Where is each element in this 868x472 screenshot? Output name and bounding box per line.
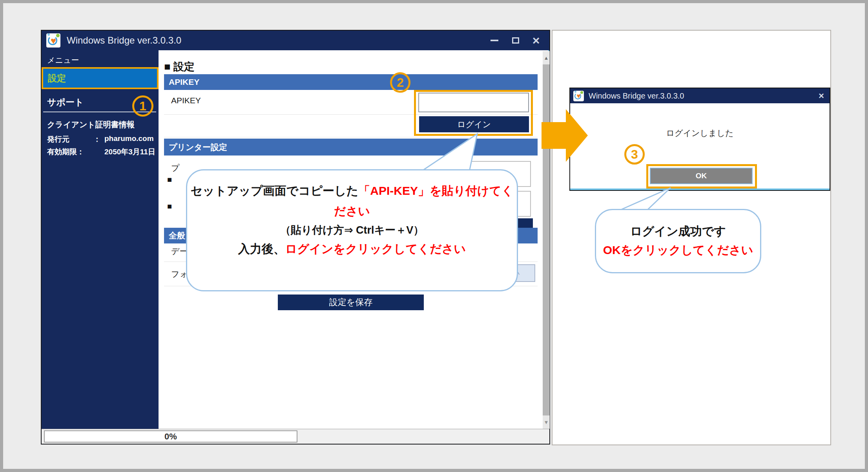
dialog-close-button[interactable]: × (819, 88, 824, 103)
printer-header-label: プリンター設定 (169, 142, 227, 153)
step-3-number: 3 (631, 147, 638, 162)
settings-panel: ■ 設定 APIKEY APIKEY ログイン プリンター設定 プ ■ ■ (159, 50, 543, 429)
general-header-label: 全般 (169, 230, 185, 241)
main-window-titlebar: ♥ Windows Bridge ver.3.0.3.0 × (42, 31, 549, 50)
dialog-message: ログインしました (570, 128, 830, 139)
ok-button-label: OK (696, 172, 707, 180)
callout-apikey-tail (394, 129, 496, 176)
sidebar-support-label: サポート (47, 96, 84, 108)
sidebar-settings-label: 設定 (48, 72, 66, 84)
callout-apikey-line1-red: 「API-KEY」を貼り付けてください (334, 184, 514, 218)
callout-apikey-line1-black: セットアップ画面でコピーした (191, 184, 359, 197)
maximize-button[interactable] (507, 31, 524, 50)
issuer-value: pharumo.com (104, 134, 154, 145)
minimize-button[interactable] (486, 31, 503, 50)
dialog-title: Windows Bridge ver.3.0.3.0 (589, 91, 684, 101)
checkbox-icon[interactable]: ■ (167, 175, 172, 184)
printer-row-partial-label: プ (171, 163, 180, 174)
logo-green-dot (580, 91, 583, 94)
close-icon: × (532, 34, 540, 47)
logo-green-dot (56, 34, 60, 37)
minimize-icon (491, 40, 498, 41)
callout-ok: ログイン成功です OKをクリックしてください (595, 209, 761, 273)
step-1-number: 1 (139, 99, 146, 113)
cert-expiry-row: 有効期限： 2050年3月11日 (47, 147, 155, 157)
maximize-icon (512, 37, 519, 44)
progress-bar: 0% (44, 430, 297, 443)
window-title: Windows Bridge ver.3.0.3.0 (67, 35, 181, 46)
logo-blue-dot (574, 91, 576, 93)
callout-ok-line2: OKをクリックしてください (596, 241, 760, 260)
cert-issuer-row: 発行元 ： pharumo.com (47, 134, 154, 145)
callout-apikey-line3-red: ログインをクリックしてください (285, 242, 466, 255)
page-title: ■ 設定 (164, 60, 195, 74)
login-result-dialog: ♥ Windows Bridge ver.3.0.3.0 × ログインしました … (569, 88, 830, 191)
issuer-label: 発行元 (47, 134, 93, 145)
progress-value: 0% (164, 432, 177, 442)
close-button[interactable]: × (527, 31, 545, 50)
callout-ok-line1: ログイン成功です (596, 222, 760, 241)
expiry-label: 有効期限： (47, 147, 93, 157)
apikey-section-header: APIKEY (164, 74, 538, 90)
app-logo-icon: ♥ (573, 91, 584, 101)
expiry-value: 2050年3月11日 (104, 147, 155, 157)
checkbox-icon[interactable]: ■ (167, 202, 172, 211)
callout-apikey-line3-black: 入力後、 (238, 242, 285, 255)
status-bar: 0% (42, 429, 549, 444)
logo-blue-dot (47, 33, 50, 36)
save-settings-button[interactable]: 設定を保存 (278, 295, 424, 310)
scroll-up-icon: ▲ (544, 55, 549, 61)
callout-apikey-line2: （貼り付け方⇒ Ctrlキー＋V） (187, 221, 517, 239)
ok-button[interactable]: OK (650, 168, 753, 184)
step-2-number: 2 (397, 75, 404, 90)
step-1-badge: 1 (132, 95, 153, 117)
issuer-separator: ： (93, 134, 104, 145)
dialog-titlebar: ♥ Windows Bridge ver.3.0.3.0 × (570, 88, 830, 103)
expiry-spacer (93, 147, 104, 157)
step-2-badge: 2 (390, 72, 410, 93)
screenshot-canvas: ♥ Windows Bridge ver.3.0.3.0 × メニュー 設定 サ… (0, 0, 868, 472)
sidebar-menu-label: メニュー (47, 55, 79, 66)
close-icon: × (819, 90, 824, 101)
client-cert-title: クライアント証明書情報 (47, 119, 135, 130)
main-window: ♥ Windows Bridge ver.3.0.3.0 × メニュー 設定 サ… (41, 30, 550, 445)
callout-ok-tail (607, 185, 686, 212)
save-settings-label: 設定を保存 (329, 296, 373, 308)
step-3-badge: 3 (624, 144, 645, 165)
callout-apikey: セットアップ画面でコピーした「API-KEY」を貼り付けてください （貼り付け方… (186, 169, 518, 291)
scroll-up-button[interactable]: ▲ (543, 51, 550, 64)
apikey-row-label: APIKEY (171, 96, 201, 105)
scroll-down-icon: ▼ (544, 419, 549, 425)
sidebar-item-settings[interactable]: 設定 (42, 67, 159, 89)
flow-arrow-icon (540, 108, 591, 163)
apikey-header-label: APIKEY (169, 77, 199, 87)
scroll-down-button[interactable]: ▼ (543, 415, 550, 429)
app-logo-icon: ♥ (46, 33, 60, 48)
